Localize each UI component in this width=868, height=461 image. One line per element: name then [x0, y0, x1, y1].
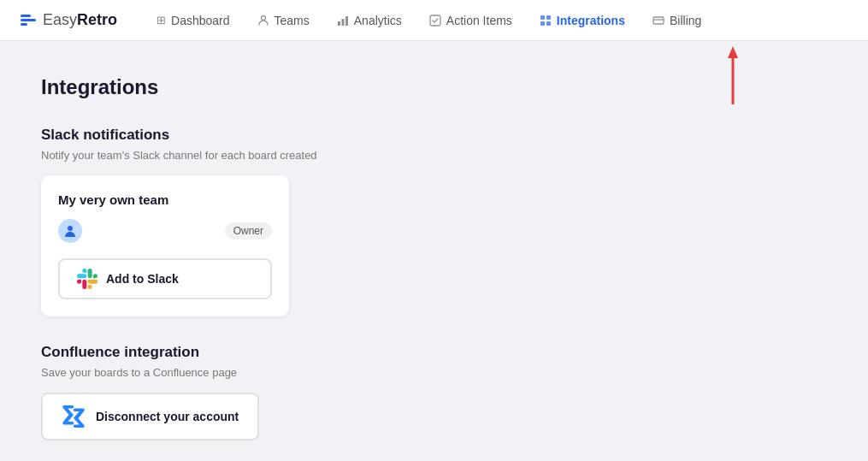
logo-easy: Easy: [43, 11, 77, 28]
nav-label-analytics: Analytics: [354, 14, 402, 27]
integrations-icon: [540, 15, 552, 27]
svg-rect-3: [345, 16, 348, 26]
nav-label-integrations: Integrations: [557, 14, 625, 27]
owner-badge: Owner: [225, 222, 272, 239]
nav-label-billing: Billing: [670, 14, 701, 27]
slack-logo-icon: [77, 269, 97, 289]
confluence-section-title: Confluence integration: [41, 344, 643, 361]
logo[interactable]: EasyRetro: [21, 11, 117, 29]
svg-rect-7: [540, 21, 545, 26]
slack-section: Slack notifications Notify your team's S…: [41, 127, 643, 316]
svg-rect-6: [546, 15, 551, 20]
add-to-slack-button[interactable]: Add to Slack: [58, 258, 272, 299]
nav-item-billing[interactable]: Billing: [641, 9, 713, 33]
add-to-slack-label: Add to Slack: [106, 272, 179, 286]
disconnect-label: Disconnect your account: [96, 410, 239, 423]
disconnect-button[interactable]: Disconnect your account: [41, 393, 259, 440]
logo-icon: [21, 15, 36, 26]
analytics-icon: [337, 15, 349, 27]
slack-section-title: Slack notifications: [41, 127, 643, 144]
svg-rect-1: [338, 21, 340, 26]
team-card-title: My very own team: [58, 192, 272, 207]
svg-rect-4: [430, 15, 440, 26]
billing-icon: [652, 15, 664, 27]
team-card: My very own team Owner: [41, 175, 289, 316]
arrow-annotation: [724, 46, 741, 107]
nav-item-integrations[interactable]: Integrations: [528, 9, 637, 33]
avatar: [58, 219, 82, 243]
nav-item-teams[interactable]: Teams: [245, 9, 322, 33]
main-nav: ⊞ Dashboard Teams Analytics: [145, 9, 847, 33]
nav-item-dashboard[interactable]: ⊞ Dashboard: [145, 9, 242, 33]
svg-point-13: [68, 226, 73, 231]
confluence-section-desc: Save your boards to a Confluence page: [41, 366, 643, 379]
logo-text: EasyRetro: [43, 11, 117, 29]
svg-marker-12: [728, 46, 738, 58]
dashboard-icon: ⊞: [156, 14, 166, 27]
svg-rect-9: [653, 17, 664, 24]
page-title: Integrations: [41, 75, 643, 99]
main-content: Integrations Slack notifications Notify …: [0, 41, 684, 461]
svg-rect-5: [540, 15, 545, 20]
slack-section-desc: Notify your team's Slack channel for eac…: [41, 149, 643, 162]
svg-rect-8: [546, 21, 551, 26]
nav-label-teams: Teams: [275, 14, 310, 27]
svg-point-0: [261, 15, 265, 20]
nav-label-dashboard: Dashboard: [171, 14, 230, 27]
header: EasyRetro ⊞ Dashboard Teams: [0, 0, 868, 41]
nav-label-action-items: Action Items: [446, 14, 512, 27]
svg-rect-2: [341, 19, 344, 26]
nav-item-action-items[interactable]: Action Items: [417, 9, 524, 33]
logo-retro: Retro: [77, 11, 117, 28]
confluence-logo-icon: [62, 405, 86, 428]
confluence-section: Confluence integration Save your boards …: [41, 344, 643, 440]
action-items-icon: [429, 15, 441, 27]
nav-item-analytics[interactable]: Analytics: [325, 9, 414, 33]
teams-icon: [257, 15, 269, 27]
team-card-meta: Owner: [58, 219, 272, 243]
